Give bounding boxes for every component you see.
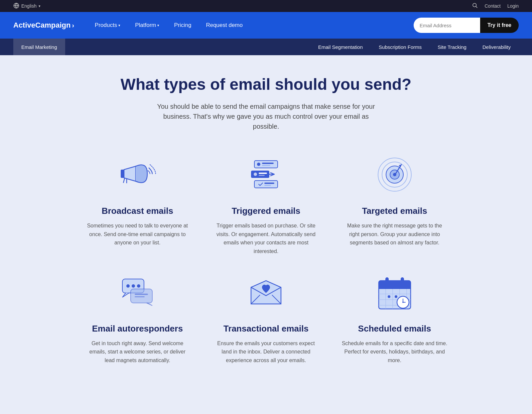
products-chevron: ▾ — [118, 23, 120, 28]
sub-nav-email-marketing[interactable]: Email Marketing — [13, 39, 65, 55]
search-icon[interactable] — [472, 2, 478, 10]
section-title: What types of email should you send? — [13, 75, 519, 93]
main-nav: ActiveCampaign › Products ▾ Platform ▾ P… — [0, 12, 532, 39]
svg-point-52 — [402, 302, 404, 303]
logo[interactable]: ActiveCampaign › — [13, 21, 74, 30]
svg-rect-37 — [385, 277, 389, 284]
targeted-icon — [375, 151, 415, 198]
svg-line-5 — [123, 178, 125, 183]
triggered-desc: Trigger emails based on purchase. Or sit… — [213, 221, 319, 255]
svg-rect-13 — [259, 173, 267, 174]
nav-cta: Try it free — [414, 18, 519, 33]
svg-rect-36 — [379, 286, 411, 289]
sub-nav-email-segmentation[interactable]: Email Segmentation — [310, 39, 371, 55]
broadcast-desc: Sometimes you need to talk to everyone a… — [84, 221, 191, 247]
svg-point-26 — [126, 284, 130, 288]
card-scheduled: Scheduled emails Schedule emails for a s… — [340, 269, 449, 365]
svg-rect-29 — [131, 289, 152, 303]
email-input[interactable] — [414, 18, 480, 33]
svg-point-47 — [395, 295, 397, 298]
card-triggered: Triggered emails Trigger emails based on… — [212, 151, 321, 255]
svg-rect-31 — [135, 296, 145, 297]
svg-rect-30 — [135, 294, 148, 295]
card-broadcast: Broadcast emails Sometimes you need to t… — [83, 151, 192, 255]
login-link[interactable]: Login — [507, 3, 519, 9]
language-chevron: ▾ — [39, 4, 41, 8]
try-free-button[interactable]: Try it free — [480, 18, 519, 33]
transactional-desc: Ensure the emails your customers expect … — [213, 339, 319, 365]
card-transactional: Transactional emails Ensure the emails y… — [212, 269, 321, 365]
main-content: What types of email should you send? You… — [0, 55, 532, 391]
svg-point-2 — [473, 3, 476, 7]
transactional-title: Transactional emails — [223, 324, 309, 334]
card-autoresponders: Email autoresponders Get in touch right … — [83, 269, 192, 365]
svg-rect-4 — [121, 170, 124, 178]
broadcast-title: Broadcast emails — [102, 206, 173, 216]
globe-icon — [13, 3, 19, 10]
section-subtitle: You should be able to send the email cam… — [150, 101, 382, 131]
sub-nav-right: Email Segmentation Subscription Forms Si… — [310, 39, 519, 55]
nav-platform[interactable]: Platform ▾ — [128, 12, 167, 39]
sub-nav-site-tracking[interactable]: Site Tracking — [430, 39, 474, 55]
svg-line-3 — [476, 6, 477, 8]
targeted-desc: Make sure the right message gets to the … — [341, 221, 448, 247]
card-targeted: Targeted emails Make sure the right mess… — [340, 151, 449, 255]
scheduled-title: Scheduled emails — [358, 324, 431, 334]
svg-point-8 — [257, 163, 260, 166]
nav-products[interactable]: Products ▾ — [87, 12, 128, 39]
svg-point-12 — [254, 173, 257, 176]
svg-rect-14 — [259, 175, 265, 176]
nav-pricing[interactable]: Pricing — [167, 12, 199, 39]
transactional-icon — [246, 269, 286, 316]
svg-rect-18 — [264, 185, 271, 186]
svg-rect-9 — [262, 163, 274, 164]
nav-request-demo[interactable]: Request demo — [199, 12, 250, 39]
triggered-title: Triggered emails — [232, 206, 301, 216]
logo-arrow: › — [72, 22, 74, 29]
autoresponders-desc: Get in touch right away. Send welcome em… — [84, 339, 191, 365]
scheduled-desc: Schedule emails for a specific date and … — [341, 339, 448, 365]
autoresponders-icon — [117, 269, 157, 316]
platform-chevron: ▾ — [157, 23, 159, 28]
language-selector[interactable]: English ▾ — [13, 3, 41, 10]
svg-rect-10 — [262, 165, 270, 166]
svg-point-27 — [132, 284, 135, 288]
sub-nav-deliverability[interactable]: Deliverability — [474, 39, 519, 55]
autoresponders-title: Email autoresponders — [92, 324, 183, 334]
sub-nav: Email Marketing Email Segmentation Subsc… — [0, 39, 532, 55]
nav-links: Products ▾ Platform ▾ Pricing Request de… — [87, 12, 407, 39]
scheduled-icon — [375, 269, 415, 316]
sub-nav-subscription-forms[interactable]: Subscription Forms — [371, 39, 430, 55]
targeted-title: Targeted emails — [362, 206, 427, 216]
svg-point-46 — [388, 295, 390, 298]
triggered-icon — [246, 151, 286, 198]
svg-rect-38 — [401, 277, 404, 284]
contact-link[interactable]: Contact — [484, 3, 500, 9]
svg-point-28 — [137, 284, 140, 288]
utility-links: Contact Login — [472, 2, 519, 10]
language-label: English — [21, 3, 37, 9]
svg-rect-17 — [264, 183, 274, 184]
utility-bar: English ▾ Contact Login — [0, 0, 532, 12]
cards-grid: Broadcast emails Sometimes you need to t… — [83, 151, 449, 364]
broadcast-icon — [117, 151, 157, 198]
svg-rect-16 — [254, 181, 278, 188]
